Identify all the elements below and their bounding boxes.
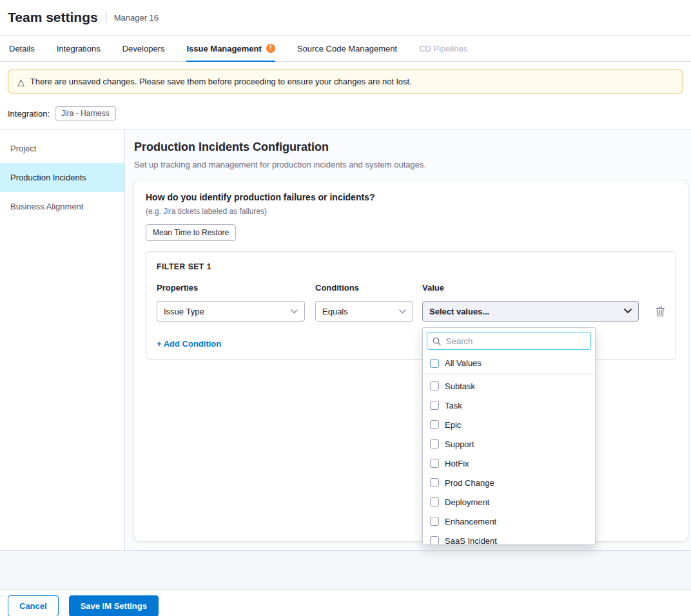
values-multiselect[interactable]: Select values...	[422, 301, 639, 322]
filter-set-1: FILTER SET 1 Properties Conditions Value…	[146, 251, 676, 360]
option-label: Task	[445, 401, 462, 410]
integration-chip[interactable]: Jira - Harness	[55, 106, 116, 120]
delete-filter-button[interactable]	[656, 306, 665, 317]
column-header-value: Value	[422, 283, 639, 293]
option-all-values[interactable]: All Values	[423, 354, 595, 374]
team-name: Manager 16	[114, 13, 159, 23]
properties-select[interactable]: Issue Type	[157, 301, 305, 322]
checkbox[interactable]	[430, 497, 439, 506]
sidebar-item-production-incidents[interactable]: Production Incidents	[0, 163, 124, 192]
checkbox[interactable]	[430, 536, 439, 545]
option-label: Support	[445, 439, 474, 449]
option-label: All Values	[445, 358, 482, 368]
integration-row: Integration: Jira - Harness	[0, 101, 691, 130]
option-hotfix[interactable]: HotFix	[423, 454, 595, 473]
conditions-select-value: Equals	[322, 307, 348, 316]
page-header: Team settings Manager 16	[0, 0, 691, 35]
conditions-select[interactable]: Equals	[315, 301, 413, 322]
tab-source-code-management[interactable]: Source Code Management	[297, 35, 397, 61]
option-enhancement[interactable]: Enhancement	[423, 512, 595, 531]
footer-spacer	[0, 551, 691, 589]
search-input[interactable]	[445, 336, 585, 347]
save-im-settings-button[interactable]: Save IM Settings	[69, 595, 159, 616]
section-title: Production Incidents Configuration	[134, 140, 688, 154]
option-task[interactable]: Task	[423, 396, 595, 415]
column-header-conditions: Conditions	[315, 283, 413, 293]
tab-integrations[interactable]: Integrations	[57, 35, 101, 61]
settings-sidebar: Project Production Incidents Business Al…	[0, 130, 125, 550]
checkbox[interactable]	[430, 401, 439, 410]
config-hint: (e.g. Jira tickets labeled as failures)	[146, 207, 676, 216]
tab-bar: Details Integrations Developers Issue Ma…	[0, 35, 691, 62]
header-divider	[106, 12, 106, 23]
configuration-card: How do you identify production failures …	[134, 180, 688, 541]
search-icon	[433, 337, 441, 345]
content-area: Project Production Incidents Business Al…	[0, 130, 691, 551]
cancel-button[interactable]: Cancel	[8, 595, 59, 616]
tab-details[interactable]: Details	[9, 35, 35, 61]
options-list: Subtask Task Epic Support HotFix Prod Ch…	[423, 374, 595, 545]
section-subtitle: Set up tracking and management for produ…	[134, 160, 688, 169]
values-multiselect-placeholder: Select values...	[429, 307, 489, 316]
tab-developers[interactable]: Developers	[122, 35, 165, 61]
tab-issue-management[interactable]: Issue Management !	[186, 35, 275, 61]
unsaved-changes-banner: △️‍ There are unsaved changes. Please sa…	[8, 70, 683, 93]
banner-text: There are unsaved changes. Please save t…	[30, 77, 412, 86]
sidebar-item-project[interactable]: Project	[0, 134, 124, 163]
option-label: Subtask	[445, 381, 475, 391]
filter-set-title: FILTER SET 1	[157, 262, 665, 271]
sidebar-item-business-alignment[interactable]: Business Alignment	[0, 192, 124, 221]
add-condition-button[interactable]: + Add Condition	[157, 339, 221, 349]
checkbox[interactable]	[430, 517, 439, 526]
tab-cd-pipelines: CD Pipelines	[419, 35, 467, 61]
main-panel: Production Incidents Configuration Set u…	[125, 130, 691, 550]
warning-icon: △️‍	[17, 77, 24, 86]
checkbox[interactable]	[430, 459, 439, 468]
option-subtask[interactable]: Subtask	[423, 376, 595, 396]
filter-column-headers: Properties Conditions Value	[157, 283, 665, 293]
checkbox[interactable]	[430, 439, 439, 448]
option-label: Prod Change	[445, 478, 494, 488]
page-title: Team settings	[8, 10, 98, 25]
option-support[interactable]: Support	[423, 434, 595, 454]
option-deployment[interactable]: Deployment	[423, 492, 595, 512]
chevron-down-icon	[291, 309, 298, 314]
option-prod-change[interactable]: Prod Change	[423, 473, 595, 492]
checkbox[interactable]	[430, 381, 439, 390]
checkbox[interactable]	[430, 478, 439, 487]
option-label: Epic	[445, 420, 461, 430]
checkbox[interactable]	[430, 359, 439, 368]
chevron-down-icon	[399, 309, 406, 314]
option-label: SaaS Incident	[445, 536, 497, 546]
option-label: Deployment	[445, 497, 489, 507]
filter-condition-row: Issue Type Equals Select values...	[157, 301, 665, 322]
option-label: Enhancement	[445, 517, 496, 526]
properties-select-value: Issue Type	[164, 307, 204, 316]
column-header-properties: Properties	[157, 283, 305, 293]
dropdown-search	[427, 332, 591, 350]
option-epic[interactable]: Epic	[423, 415, 595, 434]
chevron-down-icon	[624, 309, 632, 314]
config-question: How do you identify production failures …	[146, 192, 676, 202]
action-footer: Cancel Save IM Settings	[0, 589, 691, 616]
unsaved-changes-badge: !	[266, 44, 275, 53]
checkbox[interactable]	[430, 420, 439, 429]
metric-chip-mean-time-to-restore[interactable]: Mean Time to Restore	[146, 224, 236, 241]
integration-label: Integration:	[8, 109, 50, 119]
values-dropdown-panel: All Values Subtask Task Epic Support Hot…	[422, 327, 596, 545]
option-label: HotFix	[445, 459, 469, 468]
option-saas-incident[interactable]: SaaS Incident	[423, 531, 595, 545]
